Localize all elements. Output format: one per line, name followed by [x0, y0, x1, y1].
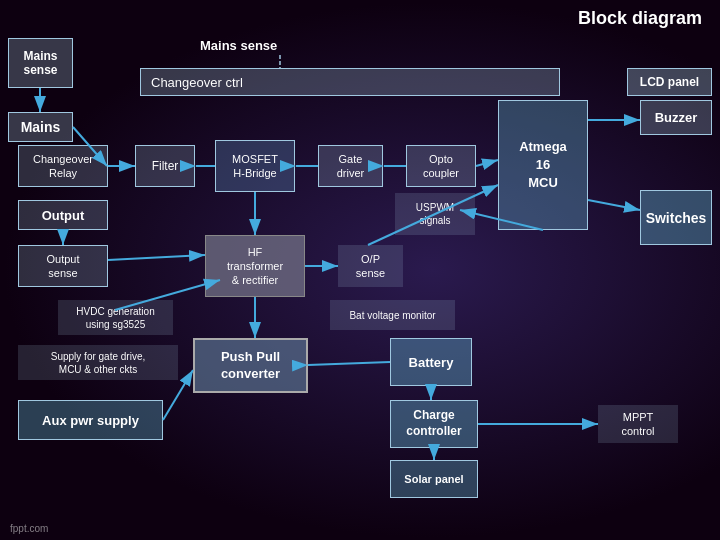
output-sense-box: Output sense: [18, 245, 108, 287]
svg-line-9: [476, 160, 498, 166]
gate-driver-box: Gate driver: [318, 145, 383, 187]
mosfet-box: MOSFET H-Bridge: [215, 140, 295, 192]
opto-coupler-box: Opto coupler: [406, 145, 476, 187]
diagram-container: Block diagram Mains sense Changeover ctr…: [0, 0, 720, 540]
atmega-box: Atmega 16 MCU: [498, 100, 588, 230]
supply-gate-box: Supply for gate drive, MCU & other ckts: [18, 345, 178, 380]
page-title: Block diagram: [578, 8, 702, 29]
hvdc-box: HVDC generation using sg3525: [58, 300, 173, 335]
op-sense-box: O/P sense: [338, 245, 403, 287]
changeover-ctrl-box: Changeover ctrl: [140, 68, 560, 96]
charge-ctrl-box: Charge controller: [390, 400, 478, 448]
bat-voltage-box: Bat voltage monitor: [330, 300, 455, 330]
watermark: fppt.com: [10, 523, 48, 534]
svg-line-17: [308, 362, 390, 365]
push-pull-box: Push Pull converter: [193, 338, 308, 393]
mains-label: Mains: [8, 112, 73, 142]
mains-sense-box: Mains sense: [8, 38, 73, 88]
lcd-panel-box: LCD panel: [627, 68, 712, 96]
changeover-relay-box: Changeover Relay: [18, 145, 108, 187]
aux-pwr-box: Aux pwr supply: [18, 400, 163, 440]
mppt-box: MPPT control: [598, 405, 678, 443]
buzzer-box: Buzzer: [640, 100, 712, 135]
solar-panel-box: Solar panel: [390, 460, 478, 498]
filter-box: Filter: [135, 145, 195, 187]
switches-box: Switches: [640, 190, 712, 245]
uspwm-box: USPWM signals: [395, 193, 475, 235]
mains-sense-top-label: Mains sense: [200, 38, 277, 53]
svg-line-23: [108, 255, 205, 260]
svg-line-11: [588, 200, 640, 210]
battery-box: Battery: [390, 338, 472, 386]
output-box: Output: [18, 200, 108, 230]
hf-transformer-box: HF transformer & rectifier: [205, 235, 305, 297]
